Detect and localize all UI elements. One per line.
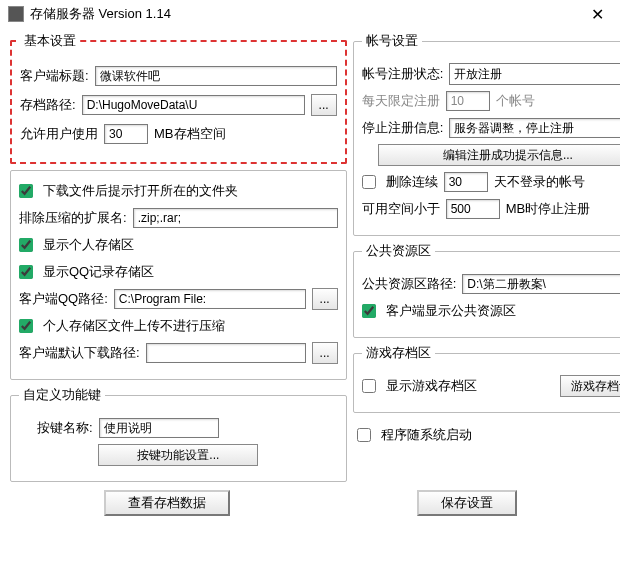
input-stop-info[interactable] (449, 118, 620, 138)
input-save-path[interactable] (82, 95, 305, 115)
browse-save-path-button[interactable]: ... (311, 94, 337, 116)
input-client-title[interactable] (95, 66, 337, 86)
titlebar: 存储服务器 Version 1.14 ✕ (0, 0, 620, 28)
browse-default-dl-button[interactable]: ... (312, 342, 338, 364)
label-client-title: 客户端标题: (20, 67, 89, 85)
close-icon[interactable]: ✕ (583, 5, 612, 24)
button-edit-success-msg[interactable]: 编辑注册成功提示信息... (378, 144, 620, 166)
label-space-lt-suffix: MB时停止注册 (506, 200, 591, 218)
label-default-dl: 客户端默认下载路径: (19, 344, 140, 362)
button-save-settings[interactable]: 保存设置 (417, 490, 517, 516)
legend-game-save: 游戏存档区 (362, 344, 435, 362)
input-delete-inactive-days[interactable] (444, 172, 488, 192)
legend-basic: 基本设置 (20, 32, 80, 50)
group-custom-keys: 自定义功能键 按键名称: 按键功能设置... (10, 386, 347, 482)
button-key-config[interactable]: 按键功能设置... (98, 444, 258, 466)
cb-show-personal[interactable] (19, 238, 33, 252)
label-daily-limit: 每天限定注册 (362, 92, 440, 110)
label-delete-inactive-suffix: 天不登录的帐号 (494, 173, 585, 191)
group-left-extra: 下载文件后提示打开所在的文件夹 排除压缩的扩展名: 显示个人存储区 显示QQ记录… (10, 170, 347, 380)
group-basic: 基本设置 客户端标题: 存档路径: ... 允许用户使用 MB存档空间 (10, 32, 347, 164)
label-stop-info: 停止注册信息: (362, 119, 444, 137)
label-show-public: 客户端显示公共资源区 (386, 302, 516, 320)
app-icon (8, 6, 24, 22)
input-default-dl[interactable] (146, 343, 306, 363)
label-no-compress: 个人存储区文件上传不进行压缩 (43, 317, 225, 335)
group-account: 帐号设置 帐号注册状态: 开放注册 每天限定注册 个帐号 停止注册信息: 编辑注… (353, 32, 620, 236)
legend-public-res: 公共资源区 (362, 242, 435, 260)
label-public-path: 公共资源区路径: (362, 275, 457, 293)
label-space-lt: 可用空间小于 (362, 200, 440, 218)
input-public-path[interactable] (462, 274, 620, 294)
legend-account: 帐号设置 (362, 32, 422, 50)
browse-qq-path-button[interactable]: ... (312, 288, 338, 310)
input-allow-space[interactable] (104, 124, 148, 144)
legend-custom-keys: 自定义功能键 (19, 386, 105, 404)
label-show-game: 显示游戏存档区 (386, 377, 477, 395)
button-game-config[interactable]: 游戏存档设置 (560, 375, 620, 397)
cb-show-qq[interactable] (19, 265, 33, 279)
window-title: 存储服务器 Version 1.14 (30, 5, 583, 23)
label-qq-path: 客户端QQ路径: (19, 290, 108, 308)
cb-open-folder[interactable] (19, 184, 33, 198)
cb-show-public[interactable] (362, 304, 376, 318)
label-save-path: 存档路径: (20, 96, 76, 114)
label-reg-state: 帐号注册状态: (362, 65, 444, 83)
label-show-personal: 显示个人存储区 (43, 236, 134, 254)
cb-autostart[interactable] (357, 428, 371, 442)
label-delete-inactive: 删除连续 (386, 173, 438, 191)
label-show-qq: 显示QQ记录存储区 (43, 263, 154, 281)
label-key-name: 按键名称: (37, 419, 93, 437)
label-open-folder: 下载文件后提示打开所在的文件夹 (43, 182, 238, 200)
input-qq-path[interactable] (114, 289, 306, 309)
label-autostart: 程序随系统启动 (381, 426, 472, 444)
button-view-data[interactable]: 查看存档数据 (104, 490, 230, 516)
cb-delete-inactive[interactable] (362, 175, 376, 189)
group-game-save: 游戏存档区 显示游戏存档区 游戏存档设置 (353, 344, 620, 413)
input-key-name[interactable] (99, 418, 219, 438)
label-daily-suffix: 个帐号 (496, 92, 535, 110)
label-exclude-ext: 排除压缩的扩展名: (19, 209, 127, 227)
cb-no-compress[interactable] (19, 319, 33, 333)
cb-show-game[interactable] (362, 379, 376, 393)
label-allow-suffix: MB存档空间 (154, 125, 226, 143)
input-daily-limit (446, 91, 490, 111)
input-space-lt[interactable] (446, 199, 500, 219)
group-public-res: 公共资源区 公共资源区路径: ... 客户端显示公共资源区 (353, 242, 620, 338)
input-exclude-ext[interactable] (133, 208, 338, 228)
select-reg-state[interactable]: 开放注册 (449, 63, 620, 85)
label-allow-space: 允许用户使用 (20, 125, 98, 143)
